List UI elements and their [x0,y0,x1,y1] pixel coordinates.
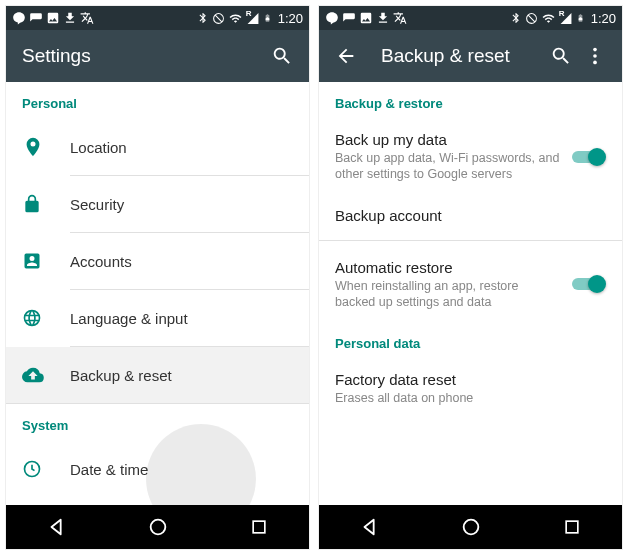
search-icon[interactable] [550,45,572,67]
list-item-security[interactable]: Security [6,176,309,232]
nav-back-button[interactable] [359,516,381,538]
nav-recent-button[interactable] [562,517,582,537]
translate-icon [393,11,407,25]
navigation-bar [319,505,622,549]
overflow-menu-icon[interactable] [584,45,606,67]
cloud-upload-icon [22,364,70,386]
list-item-location[interactable]: Location [6,119,309,175]
back-button[interactable] [335,45,357,67]
pref-summary: Erases all data on phone [335,390,598,406]
nav-recent-button[interactable] [249,517,269,537]
status-bar: R 1:20 [6,6,309,30]
svg-rect-7 [566,521,578,533]
settings-list: Personal Location Security Accounts Lang… [6,82,309,505]
section-system: System [6,404,309,441]
list-item-label: Backup & reset [70,367,293,384]
wifi-icon [228,12,243,25]
wifi-icon [541,12,556,25]
screen-settings: R 1:20 Settings Personal Location Securi… [6,6,309,549]
pref-title: Automatic restore [335,259,562,276]
download-icon [63,11,77,25]
battery-icon [576,11,585,25]
pref-list: Backup & restore Back up my data Back up… [319,82,622,505]
svg-point-5 [593,61,597,65]
pref-title: Back up my data [335,131,562,148]
section-backup-restore: Backup & restore [319,82,622,119]
section-personal: Personal [6,82,309,119]
status-time: 1:20 [591,11,616,26]
hangouts-icon [325,11,339,25]
account-icon [22,251,70,271]
pref-backup-my-data[interactable]: Back up my data Back up app data, Wi-Fi … [319,119,622,195]
nav-home-button[interactable] [147,516,169,538]
list-item-label: Accounts [70,253,293,270]
list-item-backup[interactable]: Backup & reset [6,347,309,403]
clock-icon [22,459,70,479]
signal-icon: R [559,12,573,25]
switch-backup-data[interactable] [570,147,606,167]
pref-factory-reset[interactable]: Factory data reset Erases all data on ph… [319,359,622,418]
do-not-disturb-icon [212,12,225,25]
list-item-label: Date & time [70,461,293,478]
nav-back-button[interactable] [46,516,68,538]
page-title: Backup & reset [381,45,538,67]
list-item-label: Location [70,139,293,156]
image-icon [359,11,373,25]
list-item-accounts[interactable]: Accounts [6,233,309,289]
status-bar: R 1:20 [319,6,622,30]
lock-icon [22,194,70,214]
translate-icon [80,11,94,25]
msg-icon [29,11,43,25]
image-icon [46,11,60,25]
svg-point-6 [464,520,479,535]
list-item-datetime[interactable]: Date & time [6,441,309,497]
bluetooth-icon [510,12,522,24]
pref-backup-account[interactable]: Backup account [319,195,622,236]
globe-icon [22,308,70,328]
svg-point-3 [593,48,597,52]
pref-title: Backup account [335,207,598,224]
svg-point-1 [151,520,166,535]
download-icon [376,11,390,25]
signal-icon: R [246,12,260,25]
location-icon [22,136,70,158]
screen-backup-reset: R 1:20 Backup & reset Backup & restore B… [319,6,622,549]
pref-summary: Back up app data, Wi-Fi passwords, and o… [335,150,562,183]
app-bar: Backup & reset [319,30,622,82]
svg-rect-2 [253,521,265,533]
list-item-language[interactable]: Language & input [6,290,309,346]
msg-icon [342,11,356,25]
pref-summary: When reinstalling an app, restore backed… [335,278,562,311]
section-personal-data: Personal data [319,322,622,359]
svg-point-4 [593,54,597,58]
switch-auto-restore[interactable] [570,274,606,294]
battery-icon [263,11,272,25]
hangouts-icon [12,11,26,25]
pref-automatic-restore[interactable]: Automatic restore When reinstalling an a… [319,247,622,323]
status-time: 1:20 [278,11,303,26]
nav-home-button[interactable] [460,516,482,538]
do-not-disturb-icon [525,12,538,25]
page-title: Settings [22,45,259,67]
search-icon[interactable] [271,45,293,67]
list-item-label: Security [70,196,293,213]
bluetooth-icon [197,12,209,24]
app-bar: Settings [6,30,309,82]
navigation-bar [6,505,309,549]
pref-title: Factory data reset [335,371,598,388]
list-item-label: Language & input [70,310,293,327]
